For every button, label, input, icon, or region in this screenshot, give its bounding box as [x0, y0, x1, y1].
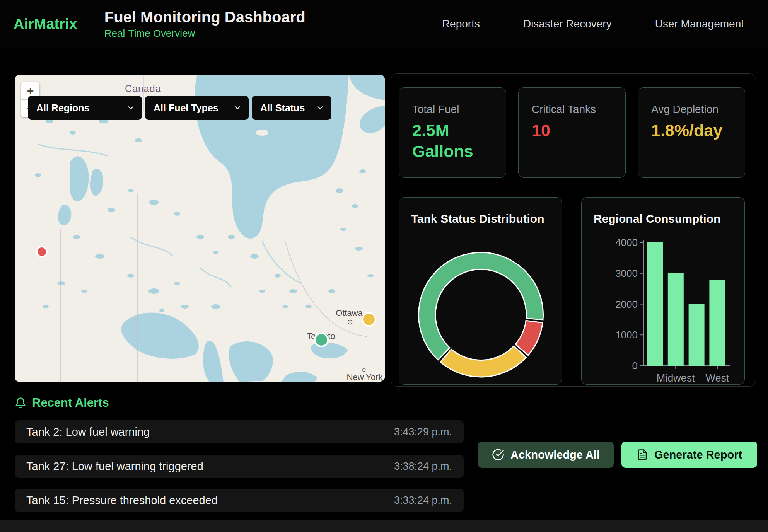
svg-text:4000: 4000 [615, 237, 638, 248]
svg-text:3000: 3000 [615, 268, 638, 279]
alert-message: Tank 27: Low fuel warning triggered [26, 460, 203, 473]
svg-text:0: 0 [632, 360, 638, 372]
alert-timestamp: 3:43:29 p.m. [394, 426, 452, 438]
fuel-type-filter-select[interactable]: All Fuel Types [145, 96, 249, 120]
stat-label: Critical Tanks [532, 103, 614, 116]
stat-label: Total Fuel [412, 103, 494, 116]
stat-card-critical-tanks: Critical Tanks 10 [518, 87, 626, 178]
region-filter-select[interactable]: All Regions [28, 96, 142, 120]
overview-panel: Total Fuel 2.5M Gallons Critical Tanks 1… [391, 73, 756, 387]
map-label-new-york: New York [347, 372, 383, 382]
recent-alerts-heading: Recent Alerts [15, 396, 109, 410]
nav-item-user-management[interactable]: User Management [655, 18, 744, 30]
tank-status-card: Tank Status Distribution [399, 197, 562, 385]
chevron-down-icon [126, 104, 135, 112]
chevron-down-icon [316, 104, 324, 112]
app-logo: AirMatrix [14, 16, 77, 32]
tank-marker-warning[interactable] [362, 313, 375, 326]
acknowledge-all-button[interactable]: Acknowledge All [478, 442, 614, 468]
status-filter-select[interactable]: All Status [252, 96, 331, 120]
chart-title: Tank Status Distribution [411, 212, 544, 225]
nav-item-disaster-recovery[interactable]: Disaster Recovery [523, 18, 612, 30]
alert-message: Tank 15: Pressure threshold exceeded [26, 494, 218, 507]
file-text-icon [637, 449, 648, 460]
stat-label: Avg Depletion [651, 103, 733, 116]
title-block: Fuel Monitoring Dashboard Real-Time Over… [104, 9, 305, 39]
page-subtitle: Real-Time Overview [104, 27, 305, 39]
alert-timestamp: 3:33:24 p.m. [394, 494, 452, 506]
tank-map[interactable]: Canada Ottawa Toronto New York + − All R… [15, 75, 385, 382]
app-header: AirMatrix Fuel Monitoring Dashboard Real… [0, 0, 768, 48]
regional-consumption-chart: 01000200030004000MidwestWest [582, 198, 745, 385]
map-canvas: Canada Ottawa Toronto New York [15, 75, 385, 382]
bottom-bar [0, 520, 768, 532]
map-label-canada: Canada [125, 83, 161, 94]
stat-value: 1.8%/day [651, 120, 705, 141]
stat-value: 10 [532, 120, 614, 141]
alert-row[interactable]: Tank 15: Pressure threshold exceeded 3:3… [15, 489, 464, 512]
alert-row[interactable]: Tank 2: Low fuel warning 3:43:29 p.m. [15, 420, 464, 443]
svg-text:Midwest: Midwest [657, 372, 695, 384]
alert-message: Tank 2: Low fuel warning [26, 426, 150, 438]
nav-item-reports[interactable]: Reports [442, 18, 480, 30]
map-filters: All Regions All Fuel Types All Status [28, 96, 331, 120]
svg-text:2000: 2000 [615, 298, 638, 310]
check-circle-icon [492, 448, 504, 461]
newyork-city-icon [362, 368, 365, 372]
svg-text:West: West [705, 372, 729, 384]
stat-card-total-fuel: Total Fuel 2.5M Gallons [399, 87, 506, 178]
generate-report-button[interactable]: Generate Report [621, 442, 757, 468]
alert-row[interactable]: Tank 27: Low fuel warning triggered 3:38… [15, 455, 464, 478]
tank-status-donut [399, 198, 563, 385]
stat-card-avg-depletion: Avg Depletion 1.8%/day [638, 87, 745, 178]
alert-timestamp: 3:38:24 p.m. [394, 460, 452, 472]
bell-icon [15, 397, 26, 409]
recent-alerts-title: Recent Alerts [32, 396, 109, 410]
stat-value: 2.5M Gallons [412, 120, 494, 162]
map-label-ottawa: Ottawa [336, 308, 363, 318]
chevron-down-icon [233, 104, 242, 112]
tank-marker-normal[interactable] [315, 333, 328, 346]
page-title: Fuel Monitoring Dashboard [104, 9, 305, 26]
regional-consumption-card: 01000200030004000MidwestWest Regional Co… [581, 197, 745, 385]
main-nav: Reports Disaster Recovery User Managemen… [442, 18, 744, 30]
svg-text:1000: 1000 [615, 329, 638, 341]
stats-row: Total Fuel 2.5M Gallons Critical Tanks 1… [399, 87, 745, 178]
tank-marker-critical[interactable] [37, 247, 47, 257]
chart-title: Regional Consumption [594, 212, 720, 225]
